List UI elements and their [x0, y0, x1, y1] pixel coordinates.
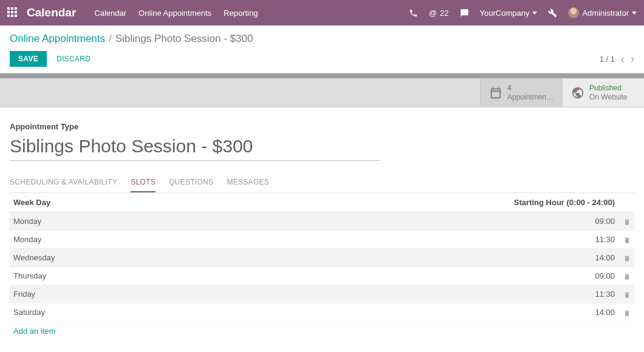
- add-item-link[interactable]: Add an item: [10, 322, 59, 340]
- trash-icon[interactable]: [623, 273, 631, 280]
- settings-icon[interactable]: [548, 8, 557, 18]
- published-stat-button[interactable]: Published On Website: [562, 78, 644, 107]
- appt-label: Appointmen…: [507, 93, 553, 101]
- nav-online-appointments[interactable]: Online Appointments: [139, 8, 211, 18]
- tab-slots[interactable]: SLOTS: [131, 173, 156, 192]
- cell-hour: 14:00: [199, 249, 618, 267]
- trash-icon[interactable]: [623, 237, 631, 244]
- separator: [0, 73, 644, 78]
- stat-text: 4 Appointmen…: [507, 84, 553, 101]
- cell-hour: 09:00: [199, 212, 618, 231]
- slots-table: Week Day Starting Hour (0:00 - 24:00) Mo…: [10, 193, 634, 322]
- user-menu[interactable]: Administrator: [568, 7, 637, 18]
- field-label-appointment-type: Appointment Type: [10, 122, 634, 131]
- cell-delete: [618, 285, 634, 303]
- table-row[interactable]: Monday09:00: [10, 212, 634, 231]
- breadcrumb: Online Appointments / Siblings Photo Ses…: [10, 33, 634, 45]
- statusbar: 4 Appointmen… Published On Website: [0, 78, 644, 107]
- nav-links: Calendar Online Appointments Reporting: [94, 8, 258, 18]
- company-switcher[interactable]: YourCompany: [480, 8, 538, 18]
- col-actions: [618, 193, 634, 212]
- breadcrumb-separator: /: [109, 33, 112, 45]
- cell-delete: [618, 303, 634, 322]
- cell-hour: 11:30: [199, 285, 618, 303]
- globe-icon: [571, 86, 584, 100]
- tab-scheduling[interactable]: SCHEDULING & AVAILABILITY: [10, 173, 117, 192]
- company-name: YourCompany: [480, 8, 530, 18]
- cp-buttons: SAVE DISCARD 1 / 1 ‹ ›: [10, 51, 634, 67]
- cell-weekday: Monday: [10, 231, 199, 249]
- table-row[interactable]: Saturday14:00: [10, 303, 634, 322]
- appointments-stat-button[interactable]: 4 Appointmen…: [480, 78, 562, 107]
- cell-delete: [618, 212, 634, 231]
- published-sub: On Website: [589, 93, 627, 101]
- cell-weekday: Friday: [10, 285, 199, 303]
- tab-messages[interactable]: MESSAGES: [227, 173, 269, 192]
- pager-prev[interactable]: ‹: [621, 53, 625, 64]
- discard-button[interactable]: DISCARD: [57, 55, 91, 63]
- trash-icon[interactable]: [623, 310, 631, 317]
- nav-calendar[interactable]: Calendar: [94, 8, 126, 18]
- cell-weekday: Saturday: [10, 303, 199, 322]
- chevron-down-icon: [632, 12, 637, 15]
- cell-hour: 14:00: [199, 303, 618, 322]
- cell-hour: 09:00: [199, 267, 618, 285]
- cell-hour: 11:30: [199, 231, 618, 249]
- table-row[interactable]: Wednesday14:00: [10, 249, 634, 267]
- pager-position: 1 / 1: [600, 55, 615, 64]
- topbar: Calendar Calendar Online Appointments Re…: [0, 0, 644, 25]
- breadcrumb-parent[interactable]: Online Appointments: [10, 33, 105, 45]
- table-row[interactable]: Monday11:30: [10, 231, 634, 249]
- cell-delete: [618, 267, 634, 285]
- trash-icon[interactable]: [623, 218, 631, 226]
- apps-icon[interactable]: [7, 7, 18, 18]
- cell-delete: [618, 249, 634, 267]
- form-sheet: Appointment Type SCHEDULING & AVAILABILI…: [0, 107, 644, 352]
- appt-count: 4: [507, 84, 553, 92]
- cell-weekday: Wednesday: [10, 249, 199, 267]
- col-weekday: Week Day: [10, 193, 199, 212]
- breadcrumb-current: Siblings Photo Session - $300: [115, 33, 253, 45]
- at-icon: @: [429, 8, 437, 18]
- phone-icon[interactable]: [409, 8, 418, 18]
- table-row[interactable]: Friday11:30: [10, 285, 634, 303]
- col-starting-hour: Starting Hour (0:00 - 24:00): [199, 193, 618, 212]
- chat-icon[interactable]: [460, 8, 469, 18]
- avatar: [568, 7, 579, 18]
- chevron-down-icon: [532, 12, 537, 15]
- cell-delete: [618, 231, 634, 249]
- calendar-icon: [489, 86, 502, 100]
- mail-count: 22: [440, 8, 448, 18]
- control-panel: Online Appointments / Siblings Photo Ses…: [0, 25, 644, 73]
- published-label: Published: [589, 84, 627, 92]
- tab-questions[interactable]: QUESTIONS: [169, 173, 213, 192]
- cell-weekday: Monday: [10, 212, 199, 231]
- table-row[interactable]: Thursday09:00: [10, 267, 634, 285]
- pager: 1 / 1 ‹ ›: [600, 53, 634, 64]
- brand: Calendar: [27, 6, 76, 19]
- appointment-type-input[interactable]: [10, 135, 380, 161]
- stat-text: Published On Website: [589, 84, 627, 101]
- nav-reporting[interactable]: Reporting: [224, 8, 258, 18]
- topbar-right: @ 22 YourCompany Administrator: [409, 7, 637, 18]
- trash-icon[interactable]: [623, 255, 631, 262]
- tabs: SCHEDULING & AVAILABILITY SLOTS QUESTION…: [10, 173, 634, 193]
- cell-weekday: Thursday: [10, 267, 199, 285]
- trash-icon[interactable]: [623, 291, 631, 299]
- mail-indicator[interactable]: @ 22: [429, 8, 449, 18]
- user-name: Administrator: [582, 8, 629, 18]
- pager-next[interactable]: ›: [631, 53, 634, 64]
- save-button[interactable]: SAVE: [10, 51, 47, 67]
